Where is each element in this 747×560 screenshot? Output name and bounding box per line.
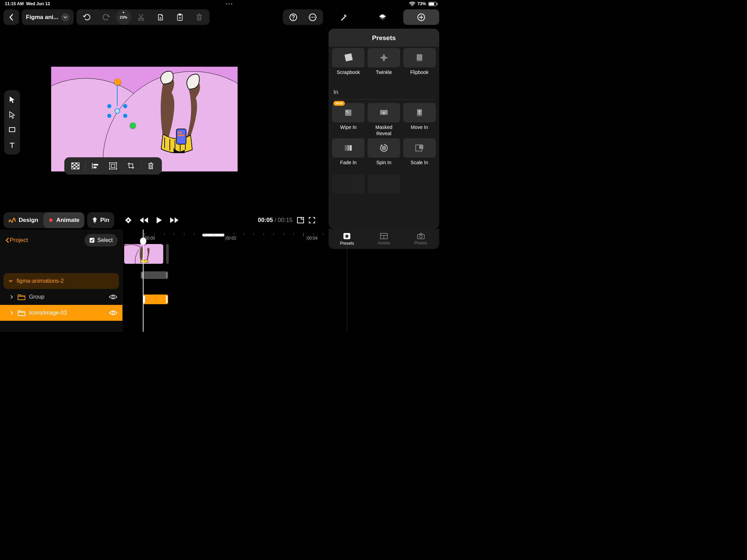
svg-rect-49 [347, 145, 349, 151]
svg-rect-25 [75, 166, 77, 168]
copy-button[interactable] [151, 9, 170, 25]
keyframe-button[interactable] [124, 216, 132, 224]
pin-button[interactable]: Pin [87, 212, 114, 228]
transport-controls [124, 216, 179, 224]
cut-button[interactable] [131, 9, 151, 25]
svg-rect-28 [93, 164, 98, 166]
svg-point-5 [141, 18, 144, 20]
back-button[interactable] [3, 9, 19, 25]
svg-rect-50 [350, 145, 352, 151]
presets-panel: Presets Scrapbook Twinkle Flipbook In NE… [329, 29, 439, 229]
preset-item[interactable]: Scrapbook [332, 48, 365, 81]
back-to-project-button[interactable]: Project [5, 237, 28, 244]
tab-photos[interactable]: Photos [402, 229, 439, 249]
svg-rect-29 [93, 167, 96, 168]
svg-rect-23 [77, 165, 80, 166]
svg-rect-34 [109, 169, 110, 170]
svg-rect-24 [72, 166, 74, 168]
undo-button[interactable] [77, 9, 96, 25]
paste-button[interactable] [170, 9, 190, 25]
svg-rect-33 [116, 162, 117, 164]
preset-item[interactable]: Twinkle [368, 48, 400, 81]
playhead[interactable] [143, 230, 144, 332]
pin-icon [92, 217, 98, 223]
zoom-value: 23% [120, 15, 127, 19]
design-mode-button[interactable]: Design [3, 212, 43, 228]
fullscreen-button[interactable] [308, 217, 315, 224]
preset-item[interactable]: Flipbook [403, 48, 436, 81]
svg-point-40 [112, 312, 114, 314]
history-group: 23% [76, 9, 210, 25]
help-button[interactable] [284, 9, 303, 25]
status-bar: 11:15 AM Wed Jun 12 ••• 73% [0, 0, 443, 8]
preset-item[interactable]: Scale In [403, 138, 436, 171]
mode-segment: Design Animate [3, 212, 84, 228]
svg-rect-30 [110, 163, 117, 169]
chevron-down-icon [8, 279, 13, 283]
new-badge: NEW [333, 101, 345, 106]
preset-item[interactable]: Fade In [332, 138, 365, 171]
audio-clip[interactable] [141, 271, 168, 279]
clip-scrollbar[interactable] [166, 244, 169, 264]
delete-button[interactable] [190, 9, 209, 25]
illustration-figure [144, 70, 210, 153]
video-clip[interactable] [124, 244, 163, 264]
layer-row[interactable]: Group [0, 289, 122, 305]
aspect-button[interactable] [297, 217, 304, 224]
more-button[interactable] [303, 9, 322, 25]
preset-item[interactable]: Wipe In [332, 103, 365, 136]
play-button[interactable] [156, 216, 163, 224]
chevron-left-icon [5, 237, 10, 243]
preset-item[interactable]: Move In [403, 103, 436, 136]
svg-rect-17 [178, 132, 182, 133]
design-label: Design [19, 217, 38, 224]
opacity-button[interactable] [66, 157, 84, 175]
camera-icon [417, 233, 425, 240]
multitask-dots[interactable]: ••• [50, 1, 409, 6]
layer-panel: Project Select figma-animations-2 Group … [0, 230, 122, 332]
rewind-button[interactable] [139, 217, 149, 224]
time-display: 00:05 / 00:15 [258, 212, 315, 228]
svg-rect-2 [429, 2, 434, 5]
layers-panel-button[interactable] [365, 9, 400, 25]
magic-panel-button[interactable] [326, 9, 362, 25]
layer-root-label: figma-animations-2 [17, 278, 64, 284]
svg-rect-43 [417, 61, 422, 62]
forward-button[interactable] [169, 217, 179, 224]
select-mode-button[interactable]: Select [84, 234, 118, 246]
tab-presets[interactable]: Presets [329, 229, 366, 249]
animate-mode-button[interactable]: Animate [43, 212, 84, 228]
folder-icon [17, 293, 26, 300]
selection-box[interactable] [108, 105, 127, 117]
zoom-indicator[interactable]: 23% [116, 9, 131, 25]
folder-icon [17, 309, 26, 316]
preset-item[interactable]: Masked Reveal [368, 103, 400, 136]
battery-icon [428, 2, 438, 6]
redo-button[interactable] [96, 9, 116, 25]
canvas-artboard[interactable] [51, 67, 238, 171]
add-panel-button[interactable] [403, 9, 439, 25]
selected-clip[interactable] [143, 295, 168, 304]
pivot-handle[interactable] [130, 122, 136, 129]
help-more-group [283, 9, 323, 25]
svg-rect-3 [437, 3, 437, 5]
assets-icon [380, 233, 388, 240]
select-label: Select [98, 237, 113, 243]
project-dropdown[interactable]: Figma ani... [22, 9, 74, 25]
visibility-toggle[interactable] [109, 310, 118, 316]
anchor-link [117, 85, 118, 106]
tab-assets[interactable]: Assets [366, 229, 403, 249]
visibility-toggle[interactable] [109, 294, 118, 300]
layer-row-selected[interactable]: Icons/image-03 [0, 305, 122, 321]
anchor-handle[interactable] [114, 78, 121, 85]
group-button[interactable] [104, 157, 122, 175]
crop-button[interactable] [122, 157, 140, 175]
align-button[interactable] [86, 157, 104, 175]
svg-rect-38 [90, 238, 94, 243]
svg-rect-53 [419, 145, 423, 149]
preset-item[interactable]: Spin In [368, 138, 400, 171]
svg-rect-35 [116, 169, 117, 170]
layer-row-root[interactable]: figma-animations-2 [3, 273, 119, 289]
project-back-label: Project [10, 237, 28, 244]
trash-button[interactable] [142, 157, 160, 175]
